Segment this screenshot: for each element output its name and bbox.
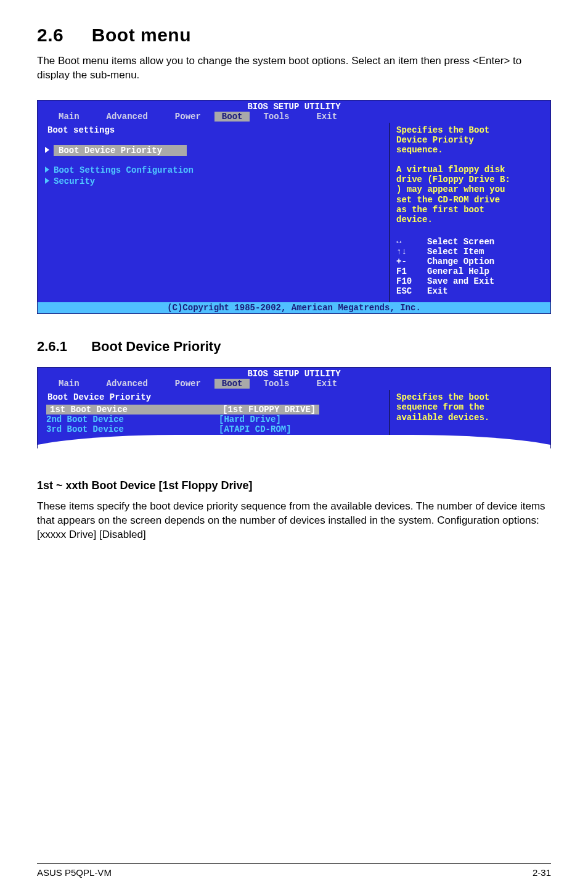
- key-action: Change Option: [427, 257, 494, 266]
- key-label: +-: [396, 257, 427, 266]
- bios-title: BIOS SETUP UTILITY: [38, 368, 550, 379]
- option-description: These items specify the boot device prio…: [37, 500, 551, 542]
- key-label: ↑↓: [396, 247, 427, 257]
- key-action: Save and Exit: [427, 276, 494, 286]
- bios-help-text: Specifies the boot sequence from the ava…: [396, 392, 545, 422]
- bios-tab-power[interactable]: Power: [161, 379, 214, 389]
- bios-tab-advanced[interactable]: Advanced: [93, 112, 161, 122]
- key-label: ↔: [396, 237, 427, 247]
- bios-tab-exit[interactable]: Exit: [303, 379, 351, 389]
- bios-key-legend: ↔Select Screen ↑↓Select Item +-Change Op…: [396, 237, 545, 297]
- key-action: Select Item: [427, 247, 484, 257]
- option-heading: 1st ~ xxth Boot Device [1st Floppy Drive…: [37, 479, 551, 492]
- bios-panel-heading: Boot settings: [47, 125, 383, 135]
- submenu-arrow-icon: [45, 147, 49, 153]
- submenu-arrow-icon: [45, 178, 49, 184]
- menu-item-boot-device-priority[interactable]: Boot Device Priority: [54, 145, 187, 156]
- bios-tab-tools[interactable]: Tools: [250, 379, 303, 389]
- boot-device-row-1[interactable]: 1st Boot Device [1st FLOPPY DRIVE]: [44, 405, 383, 415]
- bios-help-text: Specifies the Boot Device Priority seque…: [396, 125, 545, 225]
- section-number: 2.6: [37, 25, 86, 46]
- bios-main-panel: Boot settings Boot Device Priority Boot …: [38, 123, 390, 303]
- bios-tab-power[interactable]: Power: [161, 112, 214, 122]
- bios-tab-main[interactable]: Main: [45, 112, 93, 122]
- crop-curve: [37, 435, 551, 448]
- key-action: Exit: [427, 286, 448, 296]
- bios-tab-bar: Main Advanced Power Boot Tools Exit: [38, 112, 550, 123]
- bios-title: BIOS SETUP UTILITY: [38, 101, 550, 112]
- bios-tab-tools[interactable]: Tools: [250, 112, 303, 122]
- boot-device-value: [1st FLOPPY DRIVE]: [219, 405, 319, 415]
- bios-tab-main[interactable]: Main: [45, 379, 93, 389]
- page-footer: ASUS P5QPL-VM 2-31: [37, 863, 551, 878]
- bios-tab-bar: Main Advanced Power Boot Tools Exit: [38, 379, 550, 390]
- bios-help-panel: Specifies the Boot Device Priority seque…: [390, 123, 550, 303]
- subsection-title: Boot Device Priority: [91, 339, 221, 354]
- bios-screenshot-boot-priority: BIOS SETUP UTILITY Main Advanced Power B…: [37, 367, 551, 448]
- section-heading: 2.6 Boot menu: [37, 25, 551, 46]
- bios-footer: (C)Copyright 1985-2002, American Megatre…: [38, 302, 550, 313]
- footer-left: ASUS P5QPL-VM: [37, 867, 112, 878]
- boot-device-key: 3rd Boot Device: [46, 424, 219, 434]
- footer-right: 2-31: [533, 867, 551, 878]
- section-intro: The Boot menu items allow you to change …: [37, 54, 551, 83]
- bios-screenshot-boot-settings: BIOS SETUP UTILITY Main Advanced Power B…: [37, 100, 551, 315]
- bios-panel-heading: Boot Device Priority: [47, 392, 383, 402]
- boot-device-value: [Hard Drive]: [219, 415, 281, 424]
- boot-device-row-3[interactable]: 3rd Boot Device [ATAPI CD-ROM]: [44, 424, 383, 434]
- bios-tab-advanced[interactable]: Advanced: [93, 379, 161, 389]
- boot-device-key: 1st Boot Device: [46, 405, 219, 415]
- menu-item-label: Security: [54, 176, 95, 186]
- bios-tab-exit[interactable]: Exit: [303, 112, 351, 122]
- menu-item-boot-settings-config[interactable]: Boot Settings Configuration: [44, 165, 383, 176]
- key-label: ESC: [396, 286, 427, 296]
- key-action: Select Screen: [427, 237, 494, 247]
- boot-device-key: 2nd Boot Device: [46, 415, 219, 424]
- key-label: F10: [396, 276, 427, 286]
- submenu-arrow-icon: [45, 167, 49, 173]
- bios-tab-boot[interactable]: Boot: [214, 379, 250, 389]
- bios-tab-boot[interactable]: Boot: [214, 112, 250, 122]
- menu-item-label: Boot Settings Configuration: [54, 165, 194, 175]
- key-label: F1: [396, 266, 427, 276]
- section-title: Boot menu: [92, 25, 191, 45]
- menu-item-security[interactable]: Security: [44, 176, 383, 187]
- boot-device-row-2[interactable]: 2nd Boot Device [Hard Drive]: [44, 415, 383, 424]
- subsection-number: 2.6.1: [37, 339, 88, 355]
- boot-device-value: [ATAPI CD-ROM]: [219, 424, 292, 434]
- key-action: General Help: [427, 266, 489, 276]
- subsection-heading: 2.6.1 Boot Device Priority: [37, 339, 551, 355]
